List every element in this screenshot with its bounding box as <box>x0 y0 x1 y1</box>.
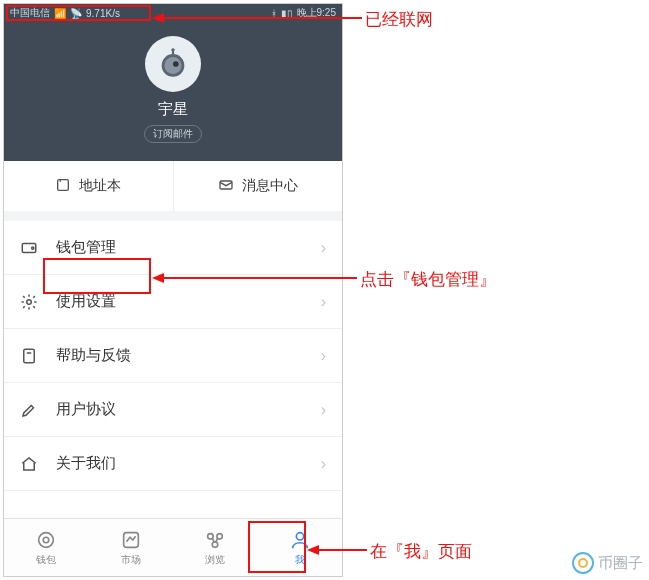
svg-point-1 <box>165 57 182 74</box>
wallet-icon <box>20 239 42 257</box>
tab-browse[interactable]: 浏览 <box>173 519 258 576</box>
message-center-item[interactable]: 消息中心 <box>173 161 343 211</box>
address-book-icon <box>55 177 71 196</box>
carrier-label: 中国电信 <box>10 6 50 20</box>
svg-point-18 <box>213 541 219 547</box>
annotation-text-networked: 已经联网 <box>365 8 433 31</box>
avatar-robot-icon <box>156 47 190 81</box>
wallet-tab-icon <box>35 529 57 551</box>
browse-tab-icon <box>204 529 226 551</box>
tab-browse-label: 浏览 <box>205 553 225 567</box>
address-book-item[interactable]: 地址本 <box>4 161 173 211</box>
bluetooth-icon: ᚼ <box>271 8 277 19</box>
battery-icon: ▮▯ <box>281 8 293 19</box>
chevron-right-icon: › <box>321 293 326 311</box>
clock-label: 晚上9:25 <box>297 6 336 20</box>
menu-wallet-manage-label: 钱包管理 <box>56 238 321 257</box>
menu-help[interactable]: 帮助与反馈 › <box>4 329 342 383</box>
watermark-icon <box>572 552 594 574</box>
svg-rect-5 <box>58 179 69 190</box>
menu-agreement[interactable]: 用户协议 › <box>4 383 342 437</box>
tab-market[interactable]: 市场 <box>89 519 174 576</box>
wifi-icon: 📡 <box>70 8 82 19</box>
home-icon <box>20 455 42 473</box>
watermark-label: 币圈子 <box>598 554 643 573</box>
market-tab-icon <box>120 529 142 551</box>
svg-point-2 <box>173 61 179 67</box>
svg-rect-15 <box>123 532 138 547</box>
svg-point-19 <box>296 532 303 539</box>
tab-wallet[interactable]: 钱包 <box>4 519 89 576</box>
svg-point-9 <box>32 246 34 248</box>
menu-agreement-label: 用户协议 <box>56 400 321 419</box>
gear-icon <box>20 293 42 311</box>
tab-me[interactable]: 我 <box>258 519 343 576</box>
quick-actions-row: 地址本 消息中心 <box>4 161 342 211</box>
chevron-right-icon: › <box>321 455 326 473</box>
tab-wallet-label: 钱包 <box>36 553 56 567</box>
menu-about-label: 关于我们 <box>56 454 321 473</box>
chevron-right-icon: › <box>321 239 326 257</box>
tab-market-label: 市场 <box>121 553 141 567</box>
status-bar: 中国电信 📶 📡 9.71K/s ᚼ ▮▯ 晚上9:25 <box>4 4 342 22</box>
menu-settings-label: 使用设置 <box>56 292 321 311</box>
chevron-right-icon: › <box>321 401 326 419</box>
help-icon <box>20 347 42 365</box>
subscribe-button[interactable]: 订阅邮件 <box>144 125 202 143</box>
menu-wallet-manage[interactable]: 钱包管理 › <box>4 221 342 275</box>
tab-bar: 钱包 市场 浏览 我 <box>4 518 342 576</box>
chevron-right-icon: › <box>321 347 326 365</box>
annotation-text-click-wallet: 点击『钱包管理』 <box>360 268 496 291</box>
tab-me-label: 我 <box>295 553 305 567</box>
person-tab-icon <box>289 529 311 551</box>
watermark: 币圈子 <box>572 552 643 574</box>
annotation-text-me-page: 在『我』页面 <box>370 540 472 563</box>
net-speed: 9.71K/s <box>86 8 120 19</box>
username-label: 宇星 <box>158 100 188 119</box>
profile-area: 宇星 订阅邮件 <box>4 22 342 161</box>
menu-list: 钱包管理 › 使用设置 › 帮助与反馈 › 用户协议 › <box>4 221 342 491</box>
menu-settings[interactable]: 使用设置 › <box>4 275 342 329</box>
svg-point-13 <box>39 532 54 547</box>
signal-icon: 📶 <box>54 8 66 19</box>
avatar[interactable] <box>145 36 201 92</box>
svg-point-14 <box>44 537 50 543</box>
agreement-icon <box>20 401 42 419</box>
phone-frame: 中国电信 📶 📡 9.71K/s ᚼ ▮▯ 晚上9:25 宇星 订阅邮件 <box>3 3 343 577</box>
address-book-label: 地址本 <box>79 177 121 195</box>
svg-point-4 <box>171 48 174 51</box>
section-gap <box>4 211 342 221</box>
message-center-icon <box>218 177 234 196</box>
menu-about[interactable]: 关于我们 › <box>4 437 342 491</box>
svg-rect-11 <box>24 349 35 363</box>
message-center-label: 消息中心 <box>242 177 298 195</box>
menu-help-label: 帮助与反馈 <box>56 346 321 365</box>
svg-point-10 <box>27 299 32 304</box>
